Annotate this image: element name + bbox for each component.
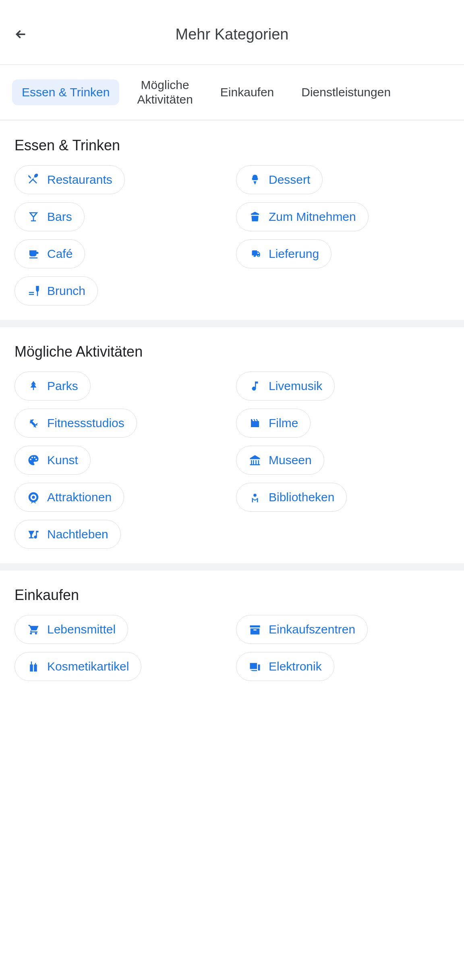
chip-label: Zum Mitnehmen: [269, 210, 356, 224]
chip-dessert[interactable]: Dessert: [236, 165, 323, 194]
chip-label: Parks: [47, 379, 78, 393]
chip-label: Restaurants: [47, 173, 112, 187]
section-title: Einkaufen: [14, 587, 450, 604]
chip-label: Filme: [269, 416, 298, 430]
arrow-left-icon: [14, 27, 28, 42]
chip-movies[interactable]: Filme: [236, 409, 311, 438]
section-title: Mögliche Aktivitäten: [14, 343, 450, 360]
chip-groceries[interactable]: Lebensmittel: [14, 615, 128, 644]
movie-icon: [249, 417, 261, 430]
chip-cafe[interactable]: Café: [14, 239, 85, 268]
ice-cream-icon: [249, 173, 261, 186]
chip-delivery[interactable]: Lieferung: [236, 239, 331, 268]
grocery-cart-icon: [27, 623, 40, 636]
chip-restaurants[interactable]: Restaurants: [14, 165, 125, 194]
section-gap: [0, 563, 464, 571]
chip-parks[interactable]: Parks: [14, 372, 91, 401]
museum-icon: [249, 454, 261, 467]
chip-label: Café: [47, 247, 72, 261]
brunch-icon: [27, 284, 40, 297]
back-button[interactable]: [12, 25, 30, 43]
chip-label: Dessert: [269, 173, 310, 187]
chip-grid: Lebensmittel Einkaufszentren Kosmetikart…: [14, 615, 450, 681]
restaurant-icon: [27, 173, 40, 186]
tree-icon: [27, 380, 40, 392]
section-activities: Mögliche Aktivitäten Parks Livemusik Fit…: [0, 327, 464, 563]
chip-label: Nachtleben: [47, 527, 108, 541]
chip-label: Lieferung: [269, 247, 319, 261]
takeout-icon: [249, 210, 261, 223]
section-gap: [0, 320, 464, 327]
chip-label: Lebensmittel: [47, 623, 116, 636]
page-title: Mehr Kategorien: [30, 26, 434, 43]
attraction-icon: [27, 491, 40, 504]
cosmetics-icon: [27, 660, 40, 673]
chip-grid: Restaurants Dessert Bars Zum Mitnehmen C…: [14, 165, 450, 305]
tabs: Essen & Trinken Mögliche Aktivitäten Ein…: [0, 65, 464, 120]
chip-cosmetics[interactable]: Kosmetikartikel: [14, 652, 141, 681]
chip-label: Livemusik: [269, 379, 322, 393]
chip-attractions[interactable]: Attraktionen: [14, 483, 124, 512]
chip-livemusic[interactable]: Livemusik: [236, 372, 335, 401]
tab-food-drink[interactable]: Essen & Trinken: [12, 79, 119, 105]
coffee-icon: [27, 247, 40, 260]
chip-bars[interactable]: Bars: [14, 202, 85, 231]
chip-takeaway[interactable]: Zum Mitnehmen: [236, 202, 369, 231]
electronics-icon: [249, 660, 261, 673]
chip-label: Kosmetikartikel: [47, 660, 129, 673]
delivery-icon: [249, 247, 261, 260]
music-note-icon: [249, 380, 261, 392]
chip-label: Einkaufszentren: [269, 623, 355, 636]
mall-icon: [249, 623, 261, 636]
chip-art[interactable]: Kunst: [14, 446, 91, 475]
palette-icon: [27, 454, 40, 467]
tab-shopping[interactable]: Einkaufen: [211, 79, 284, 105]
chip-brunch[interactable]: Brunch: [14, 276, 98, 305]
tab-activities[interactable]: Mögliche Aktivitäten: [127, 72, 202, 112]
chip-label: Kunst: [47, 453, 78, 467]
chip-nightlife[interactable]: Nachtleben: [14, 520, 121, 549]
tab-services[interactable]: Dienstleistungen: [292, 79, 400, 105]
chip-label: Fitnessstudios: [47, 416, 124, 430]
fitness-icon: [27, 417, 40, 430]
section-food-drink: Essen & Trinken Restaurants Dessert Bars…: [0, 121, 464, 320]
chip-label: Bars: [47, 210, 72, 224]
chip-label: Elektronik: [269, 660, 322, 673]
chip-electronics[interactable]: Elektronik: [236, 652, 334, 681]
chip-label: Attraktionen: [47, 490, 112, 504]
section-title: Essen & Trinken: [14, 137, 450, 154]
header: Mehr Kategorien: [0, 0, 464, 64]
chip-malls[interactable]: Einkaufszentren: [236, 615, 368, 644]
chip-label: Brunch: [47, 284, 85, 298]
library-icon: [249, 491, 261, 504]
chip-gyms[interactable]: Fitnessstudios: [14, 409, 137, 438]
chip-grid: Parks Livemusik Fitnessstudios Filme Kun…: [14, 372, 450, 549]
chip-label: Bibliotheken: [269, 490, 334, 504]
cocktail-icon: [27, 210, 40, 223]
nightlife-icon: [27, 528, 40, 541]
content: Essen & Trinken Restaurants Dessert Bars…: [0, 121, 464, 696]
chip-museums[interactable]: Museen: [236, 446, 324, 475]
chip-libraries[interactable]: Bibliotheken: [236, 483, 347, 512]
section-shopping: Einkaufen Lebensmittel Einkaufszentren K…: [0, 571, 464, 696]
chip-label: Museen: [269, 453, 312, 467]
